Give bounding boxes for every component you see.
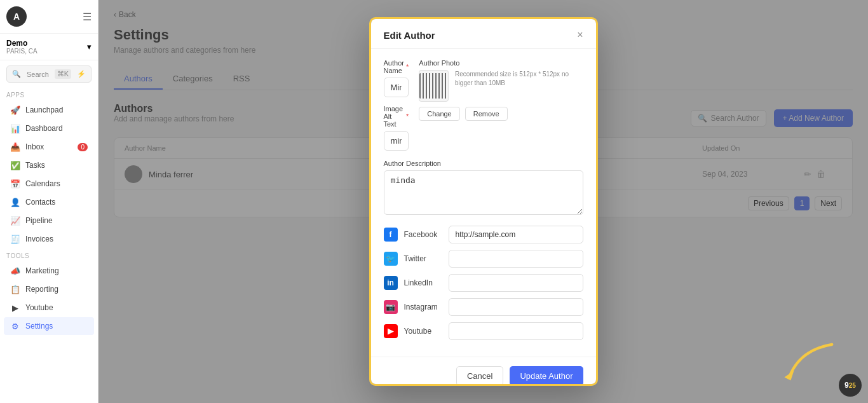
search-shortcut: ⌘K	[55, 69, 71, 79]
photo-box: Recommended size is 512px * 512px no big…	[419, 70, 583, 102]
apps-label: Apps	[0, 88, 98, 100]
social-row-youtube: ▶ Youtube	[384, 322, 583, 340]
svg-marker-0	[784, 371, 794, 381]
instagram-label: Instagram	[404, 303, 442, 311]
tools-label: Tools	[0, 249, 98, 261]
sidebar-apps: 🚀Launchpad📊Dashboard📥Inbox0✅Tasks📅Calend…	[0, 100, 98, 249]
arrow-annotation	[779, 338, 843, 390]
image-alt-label: Image Alt Text *	[384, 105, 409, 128]
instagram-input[interactable]	[449, 298, 583, 316]
update-author-button[interactable]: Update Author	[510, 366, 583, 386]
sidebar-item-reporting[interactable]: 📋Reporting	[4, 280, 94, 298]
search-label: Search	[27, 71, 49, 78]
waveform-image	[419, 73, 448, 99]
edit-author-modal: Edit Author × Author Name *	[369, 17, 598, 386]
description-group: Author Description minda	[384, 160, 583, 217]
avatar: A	[6, 6, 27, 27]
modal-header: Edit Author ×	[371, 19, 596, 49]
sidebar-item-contacts[interactable]: 👤Contacts	[4, 193, 94, 211]
remove-photo-button[interactable]: Remove	[465, 107, 508, 121]
youtube-icon: ▶	[10, 303, 20, 313]
facebook-label: Facebook	[404, 230, 442, 239]
marketing-icon: 📣	[10, 266, 20, 276]
linkedin-icon: in	[384, 276, 398, 290]
notif-label: 9	[844, 381, 849, 390]
arrow-svg	[779, 338, 843, 388]
social-row-twitter: 🐦 Twitter	[384, 250, 583, 268]
sidebar-item-settings[interactable]: ⚙Settings	[4, 317, 94, 335]
facebook-input[interactable]	[449, 226, 583, 243]
linkedin-label: LinkedIn	[404, 278, 442, 287]
social-row-facebook: f Facebook	[384, 226, 583, 243]
modal-title: Edit Author	[384, 30, 435, 41]
inbox-badge: 0	[78, 143, 88, 151]
twitter-label: Twitter	[404, 254, 442, 263]
launchpad-icon: 🚀	[10, 105, 20, 115]
photo-hint: Recommended size is 512px * 512px no big…	[455, 70, 583, 88]
author-name-label: Author Name *	[384, 59, 409, 74]
twitter-input[interactable]	[449, 250, 583, 268]
youtube-input[interactable]	[449, 322, 583, 340]
instagram-icon: 📷	[384, 300, 398, 314]
settings-icon: ⚙	[10, 321, 20, 331]
youtube-icon: ▶	[384, 324, 398, 338]
sidebar-item-invoices[interactable]: 🧾Invoices	[4, 230, 94, 248]
change-photo-button[interactable]: Change	[419, 107, 460, 121]
social-row-instagram: 📷 Instagram	[384, 298, 583, 316]
sidebar-item-inbox[interactable]: 📥Inbox0	[4, 138, 94, 156]
search-icon: 🔍	[12, 70, 21, 78]
tasks-icon: ✅	[10, 160, 20, 170]
sidebar-tools: 📣Marketing📋Reporting▶Youtube⚙Settings	[0, 261, 98, 336]
sidebar: A ☰ Demo PARIS, CA ▾ 🔍 Search ⌘K ⚡ Apps …	[0, 0, 98, 403]
chevron-down-icon: ▾	[87, 42, 92, 51]
sidebar-item-youtube[interactable]: ▶Youtube	[4, 299, 94, 317]
author-name-photo-row: Author Name * Image Alt Text *	[384, 59, 583, 151]
pipeline-icon: 📈	[10, 215, 20, 226]
youtube-label: Youtube	[404, 327, 442, 336]
image-alt-input[interactable]	[384, 131, 409, 151]
notification-badge: 925	[839, 374, 862, 397]
calendars-icon: 📅	[10, 179, 20, 189]
modal-close-button[interactable]: ×	[577, 29, 583, 41]
invoices-icon: 🧾	[10, 234, 20, 244]
image-alt-group: Image Alt Text *	[384, 105, 409, 151]
reporting-icon: 📋	[10, 284, 20, 294]
sidebar-item-calendars[interactable]: 📅Calendars	[4, 175, 94, 193]
photo-actions: Change Remove	[419, 107, 583, 121]
sidebar-item-launchpad[interactable]: 🚀Launchpad	[4, 101, 94, 119]
linkedin-input[interactable]	[449, 274, 583, 292]
demo-info: Demo PARIS, CA	[6, 39, 37, 55]
author-name-group: Author Name * Image Alt Text *	[384, 59, 409, 151]
sidebar-item-tasks[interactable]: ✅Tasks	[4, 156, 94, 174]
description-textarea[interactable]: minda	[384, 170, 583, 215]
sidebar-item-marketing[interactable]: 📣Marketing	[4, 262, 94, 280]
inbox-icon: 📥	[10, 142, 20, 152]
main-content: ‹ Back Settings Manage authors and categ…	[98, 0, 868, 403]
facebook-icon: f	[384, 228, 398, 242]
sidebar-item-pipeline[interactable]: 📈Pipeline	[4, 212, 94, 229]
demo-section[interactable]: Demo PARIS, CA ▾	[0, 34, 98, 60]
notif-sup: 25	[849, 382, 856, 389]
modal-overlay: Edit Author × Author Name *	[98, 0, 868, 403]
twitter-icon: 🐦	[384, 252, 398, 266]
cancel-button[interactable]: Cancel	[456, 366, 503, 386]
sidebar-top: A ☰	[0, 0, 98, 34]
photo-preview	[419, 70, 449, 102]
modal-body: Author Name * Image Alt Text *	[371, 49, 596, 357]
demo-name: Demo	[6, 39, 37, 48]
dashboard-icon: 📊	[10, 123, 20, 133]
contacts-icon: 👤	[10, 197, 20, 207]
social-fields: f Facebook 🐦 Twitter in LinkedIn 📷 Insta…	[384, 226, 583, 340]
author-name-input[interactable]	[384, 78, 409, 97]
search-bar[interactable]: 🔍 Search ⌘K ⚡	[6, 65, 92, 83]
demo-location: PARIS, CA	[6, 48, 37, 55]
sidebar-item-dashboard[interactable]: 📊Dashboard	[4, 120, 94, 137]
lightning-icon: ⚡	[77, 70, 86, 78]
modal-footer: Cancel Update Author	[371, 357, 596, 386]
photo-label: Author Photo	[419, 59, 583, 67]
description-label: Author Description	[384, 160, 583, 167]
author-name-required: *	[406, 63, 409, 71]
hamburger-icon[interactable]: ☰	[83, 11, 92, 23]
author-photo-section: Author Photo Recommended size is 512px *…	[419, 59, 583, 151]
social-row-linkedin: in LinkedIn	[384, 274, 583, 292]
